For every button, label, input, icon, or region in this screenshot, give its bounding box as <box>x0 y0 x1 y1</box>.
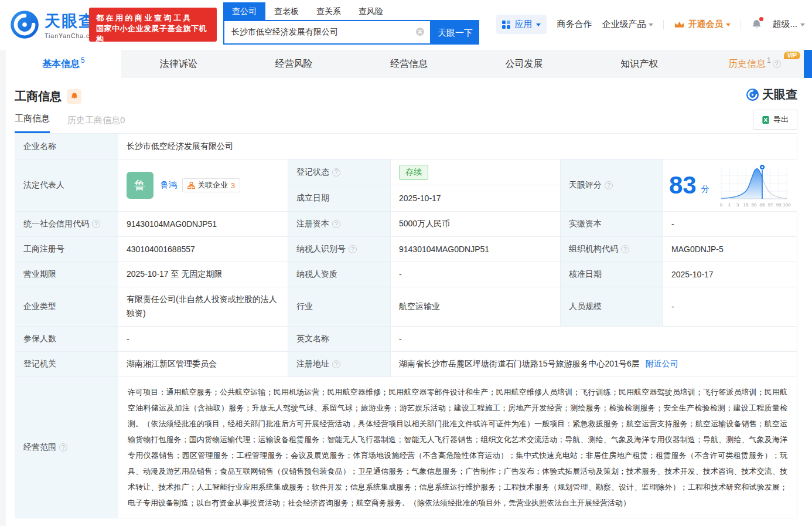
status-badge: 存续 <box>399 165 428 180</box>
search-button[interactable]: 天眼一下 <box>431 21 479 45</box>
search-input[interactable] <box>224 21 430 43</box>
reg-address-value: 湖南省长沙市岳麓区坪塘街道石门塘路15号旅游服务中心201号6层 <box>399 359 640 369</box>
nearby-companies-link[interactable]: 附近公司 <box>646 359 678 369</box>
establish-date-value: 2025-10-17 <box>390 185 560 211</box>
svg-text:97: 97 <box>767 202 773 208</box>
top-header: 天眼查 TianYanCha.com 都在用的商业查询工具 国家中小企业发展子基… <box>0 0 812 50</box>
svg-text:99: 99 <box>776 202 781 208</box>
tab-intellectual-property[interactable]: 知识产权 <box>582 50 697 78</box>
tab-history-info[interactable]: VIP 历史信息1 ? <box>697 50 812 78</box>
search-area: 查公司 查老板 查关系 查风险 天眼一下 <box>223 2 479 45</box>
table-row: 经营范围? 许可项目：通用航空服务；公共航空运输；民用机场运营；民用航空器维修；… <box>15 376 797 518</box>
search-tab-relation[interactable]: 查关系 <box>308 2 350 20</box>
notification-bell-icon[interactable] <box>751 19 762 30</box>
staff-size-label: 人员规模 <box>560 287 663 326</box>
score-label: 天眼评分 ? <box>560 160 663 211</box>
apps-menu[interactable]: 应用 <box>496 15 547 34</box>
table-row: 登记机关 湖南湘江新区管理委员会 注册地址? 湖南省长沙市岳麓区坪塘街道石门塘路… <box>15 351 797 376</box>
subtab-business-info[interactable]: 工商信息 <box>15 113 50 133</box>
company-name-value: 长沙市低空经济发展有限公司 <box>118 134 797 159</box>
reg-capital-label: 注册资本? <box>288 212 390 236</box>
reg-authority-label: 登记机关 <box>15 352 118 376</box>
company-name-label: 企业名称 <box>15 134 118 159</box>
business-scope-label: 经营范围? <box>15 377 118 518</box>
legal-rep-cell: 鲁 鲁鸿 关联企业 3 <box>118 160 288 211</box>
svg-text:0: 0 <box>719 202 722 208</box>
search-tab-risk[interactable]: 查风险 <box>350 2 392 20</box>
promo-line2: 国家中小企业发展子基金旗下机构 <box>96 23 210 45</box>
org-code-label: 组织机构代码? <box>560 237 663 262</box>
help-icon[interactable]: ? <box>773 60 781 68</box>
svg-text:15: 15 <box>743 202 748 208</box>
insured-count-label: 参保人数 <box>15 327 118 351</box>
help-icon[interactable]: ? <box>92 220 100 228</box>
staff-size-value: - <box>663 287 797 326</box>
help-icon[interactable]: ? <box>332 168 340 177</box>
approval-date-value: 2025-10-17 <box>663 262 797 287</box>
score-cell: 83 分 <box>663 160 797 211</box>
industry-label: 行业 <box>288 287 390 326</box>
notification-dot <box>759 17 763 21</box>
legal-rep-avatar[interactable]: 鲁 <box>127 172 153 199</box>
help-icon[interactable]: ? <box>349 245 357 253</box>
company-type-value: 有限责任公司(非自然人投资或控股的法人独资) <box>118 287 288 326</box>
help-icon[interactable]: ? <box>332 360 340 368</box>
english-name-value: - <box>390 327 797 351</box>
tab-operation-risk[interactable]: 经营风险 <box>236 50 352 78</box>
score-distribution-chart: 0 1 3 15 50 85 97 99 100 <box>714 161 794 209</box>
tab-basic-info[interactable]: 基本信息5 <box>6 50 121 78</box>
chevron-down-icon <box>726 23 731 26</box>
nav-open-vip[interactable]: 开通会员 <box>674 19 731 30</box>
table-row: 参保人数 - 英文名称 - <box>15 326 797 351</box>
chevron-down-icon <box>800 23 805 26</box>
side-panel-toggle[interactable] <box>804 50 812 78</box>
tab-company-development[interactable]: 公司发展 <box>466 50 582 78</box>
export-button[interactable]: 导出 <box>753 110 797 130</box>
watermark-logo: 天眼查 <box>746 87 797 103</box>
clear-icon[interactable] <box>415 27 425 36</box>
legal-rep-link[interactable]: 鲁鸿 <box>161 180 177 191</box>
paid-capital-value: - <box>663 212 797 236</box>
crown-icon <box>674 21 685 29</box>
search-tab-boss[interactable]: 查老板 <box>265 2 308 20</box>
tianyancha-logo[interactable]: 天眼查 TianYanCha.com <box>9 9 100 40</box>
svg-text:1: 1 <box>728 202 731 208</box>
search-tab-company[interactable]: 查公司 <box>223 2 265 20</box>
table-row: 统一社会信用代码? 91430104MAG0DNJP51 注册资本? 5000万… <box>15 211 797 236</box>
help-icon[interactable]: ? <box>332 220 340 228</box>
tab-operation-info[interactable]: 经营信息 <box>352 50 467 78</box>
help-icon[interactable]: ? <box>605 181 613 189</box>
svg-text:85: 85 <box>759 202 765 208</box>
reg-address-label: 注册地址? <box>288 352 390 376</box>
reg-number-label: 工商注册号 <box>15 237 118 262</box>
reg-address-cell: 湖南省长沙市岳麓区坪塘街道石门塘路15号旅游服务中心201号6层 附近公司 <box>390 352 797 376</box>
company-tabbar: 基本信息5 法律诉讼 经营风险 经营信息 公司发展 知识产权 VIP 历史信息1… <box>0 50 812 78</box>
reg-status-cell: 存续 <box>390 160 560 185</box>
table-row: 企业类型 有限责任公司(非自然人投资或控股的法人独资) 行业 航空运输业 人员规… <box>15 287 797 326</box>
excel-icon <box>762 116 770 124</box>
org-chart-icon <box>187 182 195 189</box>
vip-badge: VIP <box>784 52 800 59</box>
score-value: 83 <box>669 173 697 198</box>
related-companies-badge[interactable]: 关联企业 3 <box>182 178 240 192</box>
taxpayer-id-label: 纳税人识别号? <box>288 237 390 262</box>
promo-line1: 都在用的商业查询工具 <box>96 13 210 23</box>
reg-number-value: 430104001688557 <box>118 237 288 262</box>
tab-legal-proceedings[interactable]: 法律诉讼 <box>121 50 237 78</box>
nav-enterprise-products[interactable]: 企业级产品 <box>602 19 653 30</box>
table-row: 企业名称 长沙市低空经济发展有限公司 <box>15 134 797 159</box>
table-row: 法定代表人 鲁 鲁鸿 关联企业 3 登记状态 ? <box>15 159 797 211</box>
nav-business-cooperation[interactable]: 商务合作 <box>557 19 592 30</box>
watermark-logo-icon <box>746 88 759 101</box>
org-code-value: MAG0DNJP-5 <box>663 237 797 262</box>
help-icon[interactable]: ? <box>621 245 629 253</box>
insured-count-value: - <box>118 327 288 351</box>
user-menu[interactable]: 超级... <box>772 19 805 30</box>
subtab-history-business-info[interactable]: 历史工商信息0 <box>67 115 125 133</box>
subscribe-bell-icon[interactable] <box>67 89 81 104</box>
business-term-value: 2025-10-17 至 无固定期限 <box>118 262 288 287</box>
table-row: 营业期限 2025-10-17 至 无固定期限 纳税人资质 - 核准日期 202… <box>15 262 797 287</box>
legal-rep-label: 法定代表人 <box>15 160 118 211</box>
help-icon[interactable]: ? <box>59 443 67 452</box>
svg-text:100: 100 <box>783 202 791 208</box>
